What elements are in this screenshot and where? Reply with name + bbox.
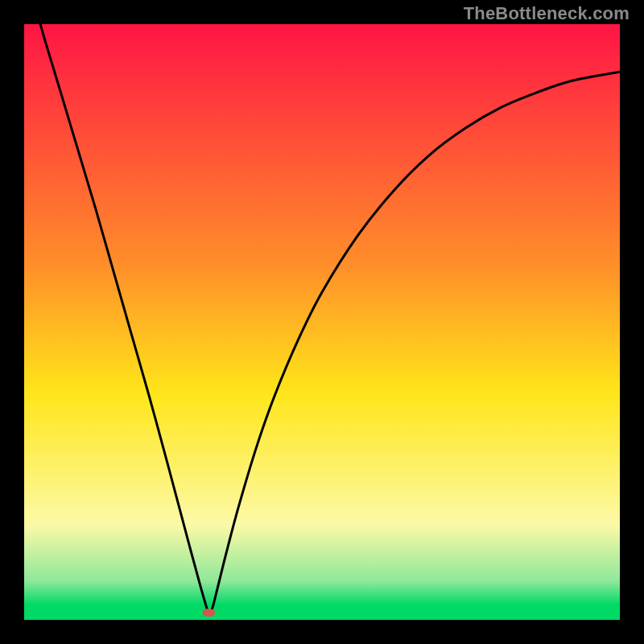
chart-container: TheBottleneck.com bbox=[0, 0, 644, 644]
optimal-marker bbox=[202, 609, 215, 617]
watermark-text: TheBottleneck.com bbox=[464, 3, 630, 24]
plot-area bbox=[24, 24, 620, 620]
chart-svg bbox=[24, 24, 620, 620]
gradient-background bbox=[24, 24, 620, 620]
